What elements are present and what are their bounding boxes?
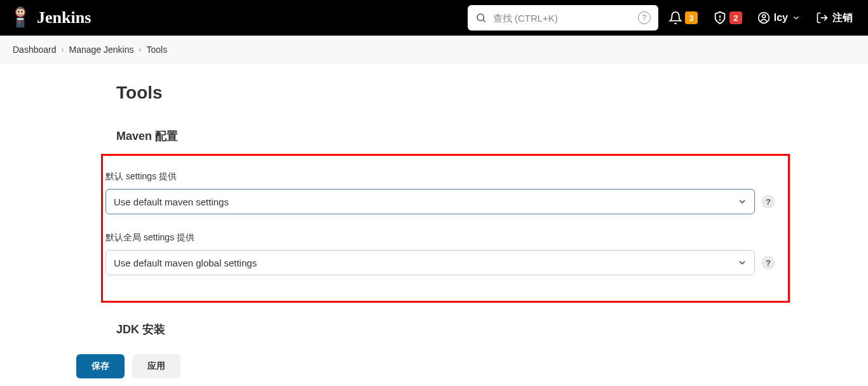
logout-icon bbox=[816, 11, 829, 24]
chevron-down-icon bbox=[792, 13, 801, 22]
search-input[interactable] bbox=[493, 13, 632, 24]
page-title: Tools bbox=[116, 83, 790, 103]
person-icon bbox=[757, 11, 770, 24]
default-settings-field: 默认 settings 提供 Use default maven setting… bbox=[105, 171, 775, 214]
username-label: lcy bbox=[774, 12, 788, 24]
logout-button[interactable]: 注销 bbox=[811, 8, 858, 29]
apply-button[interactable]: 应用 bbox=[132, 354, 180, 378]
search-icon bbox=[475, 12, 487, 24]
app-name: Jenkins bbox=[37, 8, 91, 27]
footer-actions: 保存 应用 bbox=[0, 347, 868, 386]
maven-config-box: 默认 settings 提供 Use default maven setting… bbox=[101, 154, 790, 303]
maven-section-title: Maven 配置 bbox=[116, 128, 790, 144]
default-global-settings-label: 默认全局 settings 提供 bbox=[105, 232, 775, 244]
help-button[interactable]: ? bbox=[761, 195, 775, 209]
svg-point-6 bbox=[477, 14, 484, 21]
security-button[interactable]: 2 bbox=[708, 7, 747, 29]
security-badge: 2 bbox=[729, 11, 742, 24]
jenkins-icon bbox=[10, 5, 31, 31]
header-left: Jenkins bbox=[10, 5, 91, 31]
default-global-settings-field: 默认全局 settings 提供 Use default maven globa… bbox=[105, 232, 775, 275]
default-global-settings-select[interactable]: Use default maven global settings bbox=[105, 250, 755, 275]
help-button[interactable]: ? bbox=[761, 256, 775, 270]
bell-icon bbox=[668, 11, 682, 25]
svg-point-9 bbox=[762, 15, 765, 18]
default-settings-label: 默认 settings 提供 bbox=[105, 171, 775, 183]
user-menu-button[interactable]: lcy bbox=[752, 8, 806, 28]
svg-point-7 bbox=[719, 19, 720, 20]
jenkins-logo-link[interactable]: Jenkins bbox=[10, 5, 91, 31]
logout-label: 注销 bbox=[832, 11, 853, 25]
maven-section: Maven 配置 默认 settings 提供 Use default mave… bbox=[116, 128, 790, 303]
notifications-button[interactable]: 3 bbox=[663, 7, 703, 29]
notif-badge: 3 bbox=[685, 11, 698, 24]
default-settings-select[interactable]: Use default maven settings bbox=[105, 189, 755, 214]
shield-icon bbox=[713, 11, 727, 25]
save-button[interactable]: 保存 bbox=[76, 354, 125, 378]
header-right: ? 3 2 lcy 注销 bbox=[468, 5, 858, 31]
svg-point-3 bbox=[21, 11, 22, 13]
main-content: Tools Maven 配置 默认 settings 提供 Use defaul… bbox=[53, 64, 815, 386]
breadcrumb-manage-jenkins[interactable]: Manage Jenkins bbox=[69, 45, 134, 55]
search-box[interactable]: ? bbox=[468, 5, 658, 31]
svg-point-2 bbox=[18, 11, 19, 13]
chevron-right-icon: › bbox=[139, 45, 141, 54]
jdk-section-title: JDK 安装 bbox=[116, 322, 790, 337]
search-help-icon[interactable]: ? bbox=[638, 11, 651, 24]
chevron-right-icon: › bbox=[62, 45, 64, 54]
breadcrumb-tools[interactable]: Tools bbox=[146, 45, 167, 55]
app-header: Jenkins ? 3 2 lcy bbox=[0, 0, 868, 36]
breadcrumb-dashboard[interactable]: Dashboard bbox=[13, 45, 57, 55]
svg-rect-5 bbox=[17, 18, 24, 20]
breadcrumb: Dashboard › Manage Jenkins › Tools bbox=[0, 36, 868, 64]
